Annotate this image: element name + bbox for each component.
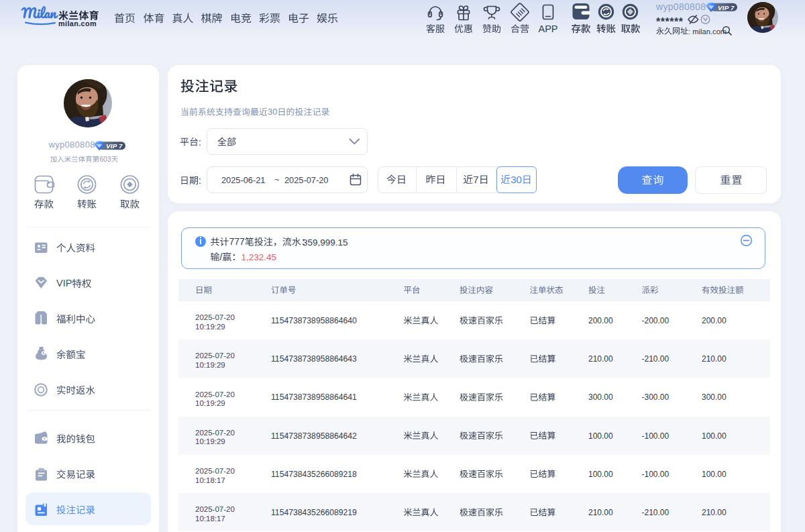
svg-text::: : <box>199 175 201 186</box>
svg-text:2025-06-21: 2025-06-21 <box>221 175 265 185</box>
svg-text:-300.00: -300.00 <box>642 392 669 402</box>
svg-text:2025-07-20: 2025-07-20 <box>195 390 235 398</box>
svg-text:2025-07-20: 2025-07-20 <box>195 505 235 513</box>
svg-text:1154738435266089219: 1154738435266089219 <box>271 508 357 517</box>
svg-text:1,232.45: 1,232.45 <box>241 252 276 262</box>
svg-text:1154738738958864640: 1154738738958864640 <box>271 316 357 325</box>
svg-text:200.00: 200.00 <box>588 316 613 325</box>
svg-text:2025-07-20: 2025-07-20 <box>195 467 235 475</box>
svg-text:10:19:29: 10:19:29 <box>195 323 225 331</box>
svg-text:-100.00: -100.00 <box>642 470 669 479</box>
svg-text:APP: APP <box>539 23 558 34</box>
svg-text:359,999.15: 359,999.15 <box>303 237 348 248</box>
svg-text:100.00: 100.00 <box>702 431 727 441</box>
svg-text:10:19:29: 10:19:29 <box>195 361 225 369</box>
svg-text:210.00: 210.00 <box>702 354 727 364</box>
svg-text:-100.00: -100.00 <box>642 431 669 441</box>
svg-text:777: 777 <box>229 236 246 247</box>
svg-text:1154738435266089218: 1154738435266089218 <box>271 470 357 479</box>
svg-text:~: ~ <box>274 174 279 184</box>
svg-text:2025-07-20: 2025-07-20 <box>195 429 235 437</box>
svg-text:******: ****** <box>656 16 684 28</box>
svg-text:210.00: 210.00 <box>588 508 613 517</box>
svg-text:-200.00: -200.00 <box>642 316 669 325</box>
svg-text::: : <box>199 137 201 148</box>
svg-text:300.00: 300.00 <box>702 392 727 402</box>
svg-text:10:18:17: 10:18:17 <box>195 476 225 484</box>
svg-text:/: / <box>220 252 223 262</box>
svg-text:2025-07-20: 2025-07-20 <box>195 313 235 321</box>
svg-text:200.00: 200.00 <box>702 316 727 325</box>
svg-text:2025-07-20: 2025-07-20 <box>195 352 235 360</box>
svg-text:30: 30 <box>511 174 522 185</box>
svg-text:210.00: 210.00 <box>588 354 613 364</box>
svg-text:100.00: 100.00 <box>588 431 613 441</box>
svg-text:VIP: VIP <box>56 278 72 288</box>
svg-text:1154738738958864643: 1154738738958864643 <box>271 354 357 364</box>
svg-text:1154738738958864641: 1154738738958864641 <box>271 392 357 402</box>
svg-text:milan.com: milan.com <box>58 19 97 28</box>
svg-text:7: 7 <box>473 174 478 185</box>
svg-text:603: 603 <box>99 155 111 163</box>
svg-text:300.00: 300.00 <box>588 392 613 402</box>
svg-text:: milan.com: : milan.com <box>688 28 727 36</box>
svg-text:wyp080808: wyp080808 <box>655 1 706 12</box>
svg-text:10:18:17: 10:18:17 <box>195 515 225 523</box>
svg-text:10:19:29: 10:19:29 <box>195 437 225 445</box>
svg-text:-210.00: -210.00 <box>642 508 669 517</box>
svg-text:210.00: 210.00 <box>702 508 727 517</box>
svg-text:2025-07-20: 2025-07-20 <box>284 175 328 185</box>
svg-text:1154738738958864642: 1154738738958864642 <box>271 431 357 441</box>
svg-text:wyp080808: wyp080808 <box>48 140 95 150</box>
svg-text:100.00: 100.00 <box>702 470 727 479</box>
svg-text:30: 30 <box>268 107 277 117</box>
svg-text:10:19:29: 10:19:29 <box>195 399 225 407</box>
svg-text:-210.00: -210.00 <box>642 354 669 364</box>
svg-text:100.00: 100.00 <box>588 470 613 479</box>
